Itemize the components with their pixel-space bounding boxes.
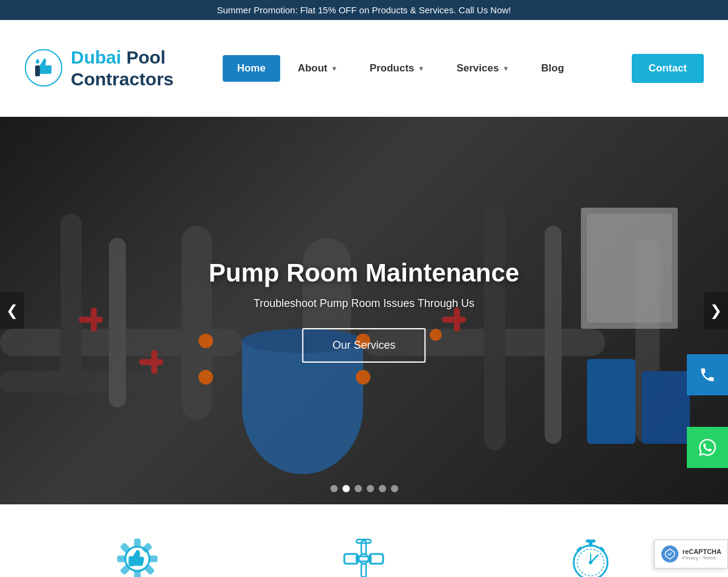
nav-blog[interactable]: Blog [526,55,579,82]
logo[interactable]: Dubai Pool Contractors [24,47,194,90]
svg-point-30 [356,370,370,384]
svg-rect-40 [121,565,130,574]
timer-icon [566,535,615,577]
svg-rect-12 [545,226,562,444]
svg-rect-36 [149,556,157,561]
slider-next-button[interactable]: ❯ [704,292,728,329]
services-chevron-icon: ▼ [502,65,509,72]
svg-rect-34 [135,571,140,577]
svg-rect-52 [586,539,595,542]
svg-rect-41 [130,557,133,565]
main-nav: Home About ▼ Products ▼ Services ▼ Blog [194,55,608,82]
svg-rect-20 [151,350,157,374]
svg-rect-24 [641,371,690,444]
svg-point-45 [359,554,369,564]
svg-rect-43 [370,554,383,564]
slider-dots [330,485,398,492]
slider-prev-button[interactable]: ❮ [0,292,24,329]
phone-icon [699,366,716,383]
slider-dot-1[interactable] [330,485,338,492]
banner-text: Summer Promotion: Flat 15% OFF on Produc… [217,5,511,15]
logo-text: Dubai Pool Contractors [71,47,174,90]
logo-icon [24,48,64,88]
svg-rect-7 [61,214,82,395]
svg-point-3 [37,59,39,61]
svg-rect-1 [35,65,40,76]
whatsapp-icon [699,439,716,456]
nav-about[interactable]: About ▼ [283,55,352,82]
svg-rect-39 [143,544,151,552]
products-chevron-icon: ▼ [418,65,425,72]
header: Dubai Pool Contractors Home About ▼ Prod… [0,20,728,117]
slider-dot-6[interactable] [391,485,398,492]
valve-icon [339,535,388,577]
float-whatsapp-button[interactable] [687,427,728,468]
nav-products[interactable]: Products ▼ [355,55,439,82]
top-banner: Summer Promotion: Flat 15% OFF on Produc… [0,0,728,20]
svg-rect-33 [135,539,140,547]
nav-services[interactable]: Services ▼ [442,55,523,82]
recaptcha-logo-icon [661,545,679,563]
feature-item-1 [77,535,198,577]
svg-rect-42 [344,554,358,564]
contact-button[interactable]: Contact [632,54,704,83]
svg-rect-26 [587,214,672,323]
feature-item-3 [530,535,651,577]
hero-cta-button[interactable]: Our Services [302,328,425,363]
hero-slider: Pump Room Maintenance Troubleshoot Pump … [0,117,728,504]
svg-rect-8 [109,238,126,407]
hero-title: Pump Room Maintenance [209,259,519,288]
svg-rect-38 [145,565,154,574]
float-phone-button[interactable] [687,354,728,395]
slider-dot-3[interactable] [355,485,362,492]
svg-rect-35 [118,556,125,561]
recaptcha-badge: reCAPTCHA Privacy - Terms [654,539,728,569]
slider-dot-4[interactable] [367,485,374,492]
svg-rect-9 [182,226,212,420]
hero-subtitle: Troubleshoot Pump Room Issues Through Us [209,297,519,310]
slider-dot-2[interactable] [343,485,350,492]
svg-rect-5 [0,371,182,392]
nav-home[interactable]: Home [223,55,280,82]
quality-icon [113,535,162,577]
features-section [0,504,728,577]
svg-rect-47 [361,564,366,577]
svg-point-28 [198,370,213,384]
svg-rect-37 [121,544,130,552]
feature-item-2 [303,535,424,577]
svg-point-57 [589,561,592,564]
about-chevron-icon: ▼ [331,65,338,72]
slider-dot-5[interactable] [379,485,386,492]
hero-content: Pump Room Maintenance Troubleshoot Pump … [209,259,519,363]
svg-rect-23 [587,359,635,444]
svg-rect-18 [91,308,97,332]
